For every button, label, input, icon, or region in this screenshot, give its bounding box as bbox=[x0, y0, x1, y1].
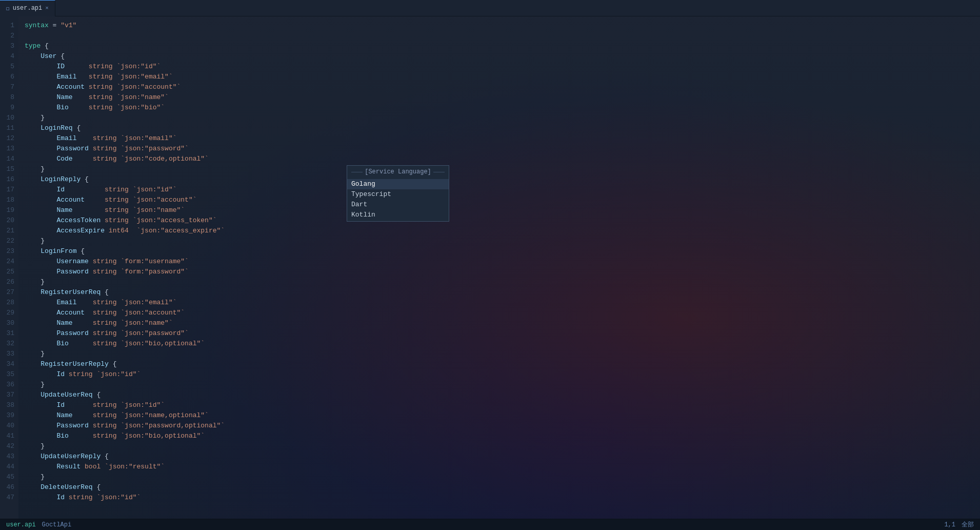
code-line: } bbox=[25, 441, 980, 452]
line-number: 16 bbox=[0, 174, 14, 185]
code-line: } bbox=[25, 236, 980, 246]
code-line: syntax = "v1" bbox=[25, 21, 980, 31]
dropdown-language-item[interactable]: Dart bbox=[347, 200, 449, 210]
code-line: Account string `json:"account"` bbox=[25, 195, 980, 205]
line-number: 19 bbox=[0, 205, 14, 215]
line-number: 14 bbox=[0, 154, 14, 164]
line-number: 44 bbox=[0, 462, 14, 472]
code-line: Email string `json:"email"` bbox=[25, 72, 980, 82]
code-line: Bio string `json:"bio,optional"` bbox=[25, 431, 980, 441]
code-line: Name string `json:"name"` bbox=[25, 92, 980, 103]
code-line: Id string `json:"id"` bbox=[25, 400, 980, 410]
line-number: 28 bbox=[0, 298, 14, 308]
line-number: 39 bbox=[0, 410, 14, 421]
status-bar-left: user.api GoctlApi bbox=[6, 521, 71, 528]
code-line: LoginReq { bbox=[25, 123, 980, 133]
status-filename: user.api bbox=[6, 521, 36, 528]
line-number: 31 bbox=[0, 328, 14, 339]
line-number: 23 bbox=[0, 246, 14, 257]
code-line: Password string `json:"password"` bbox=[25, 144, 980, 154]
code-line: } bbox=[25, 380, 980, 390]
code-line: DeleteUserReq { bbox=[25, 482, 980, 493]
tab-filename: user.api bbox=[13, 5, 43, 12]
code-line: Username string `form:"username"` bbox=[25, 257, 980, 267]
line-number: 1 bbox=[0, 21, 14, 31]
line-number: 7 bbox=[0, 82, 14, 92]
tab-bar: ◻ user.api × bbox=[0, 0, 980, 16]
code-line: } bbox=[25, 349, 980, 359]
code-line: Code string `json:"code,optional"` bbox=[25, 154, 980, 164]
code-line: User { bbox=[25, 51, 980, 62]
code-line: UpdateUserReq { bbox=[25, 390, 980, 400]
code-line: Id string `json:"id"` bbox=[25, 185, 980, 195]
dropdown-language-item[interactable]: Golang bbox=[347, 179, 449, 189]
line-number: 45 bbox=[0, 472, 14, 482]
line-number: 18 bbox=[0, 195, 14, 205]
code-line: } bbox=[25, 472, 980, 482]
line-number: 2 bbox=[0, 31, 14, 41]
dropdown-list: GolangTypescriptDartKotlin bbox=[347, 178, 449, 221]
code-content[interactable]: syntax = "v1" type { User { ID string `j… bbox=[18, 16, 980, 519]
code-line bbox=[25, 31, 980, 41]
file-icon: ◻ bbox=[6, 5, 10, 12]
line-number: 6 bbox=[0, 72, 14, 82]
code-line: Password string `form:"password"` bbox=[25, 267, 980, 277]
code-line: ID string `json:"id"` bbox=[25, 62, 980, 72]
line-number: 40 bbox=[0, 421, 14, 431]
code-line: Id string `json:"id"` bbox=[25, 369, 980, 380]
code-line: } bbox=[25, 113, 980, 123]
code-line: Id string `json:"id"` bbox=[25, 493, 980, 503]
line-number: 9 bbox=[0, 103, 14, 113]
line-number: 20 bbox=[0, 215, 14, 226]
line-number: 38 bbox=[0, 400, 14, 410]
code-line: RegisterUserReq { bbox=[25, 287, 980, 298]
code-line: } bbox=[25, 164, 980, 174]
line-number: 26 bbox=[0, 277, 14, 287]
editor-container: ◻ user.api × 123456789101112131415161718… bbox=[0, 0, 980, 530]
status-project: GoctlApi bbox=[42, 521, 72, 528]
code-line: Name string `json:"name,optional"` bbox=[25, 410, 980, 421]
code-line: Email string `json:"email"` bbox=[25, 298, 980, 308]
dropdown-title: [Service Language] bbox=[363, 167, 433, 177]
code-line: LoginFrom { bbox=[25, 246, 980, 257]
line-number: 8 bbox=[0, 92, 14, 103]
line-number: 33 bbox=[0, 349, 14, 359]
line-number: 27 bbox=[0, 287, 14, 298]
code-line: Bio string `json:"bio"` bbox=[25, 103, 980, 113]
line-number: 43 bbox=[0, 452, 14, 462]
line-number: 35 bbox=[0, 369, 14, 380]
tab-close-button[interactable]: × bbox=[45, 5, 49, 11]
line-number: 25 bbox=[0, 267, 14, 277]
dropdown-language-item[interactable]: Typescript bbox=[347, 189, 449, 200]
dropdown-language-item[interactable]: Kotlin bbox=[347, 210, 449, 220]
line-number: 13 bbox=[0, 144, 14, 154]
code-line: Bio string `json:"bio,optional"` bbox=[25, 339, 980, 349]
status-bar: user.api GoctlApi 1,1 全部 bbox=[0, 519, 980, 530]
line-number: 22 bbox=[0, 236, 14, 246]
line-number: 34 bbox=[0, 359, 14, 369]
code-line: Account string `json:"account"` bbox=[25, 82, 980, 92]
code-line: UpdateUserReply { bbox=[25, 452, 980, 462]
line-number: 41 bbox=[0, 431, 14, 441]
status-position: 1,1 bbox=[944, 521, 955, 528]
tab-user-api[interactable]: ◻ user.api × bbox=[0, 0, 55, 16]
code-line: Result bool `json:"result"` bbox=[25, 462, 980, 472]
line-number: 15 bbox=[0, 164, 14, 174]
line-number: 42 bbox=[0, 441, 14, 452]
code-line: type { bbox=[25, 41, 980, 51]
line-number: 11 bbox=[0, 123, 14, 133]
line-number: 30 bbox=[0, 318, 14, 328]
code-line: Name string `json:"name"` bbox=[25, 205, 980, 215]
line-number: 3 bbox=[0, 41, 14, 51]
service-language-dropdown[interactable]: [Service Language] GolangTypescriptDartK… bbox=[347, 165, 449, 222]
dropdown-title-bar: [Service Language] bbox=[347, 166, 449, 178]
line-number: 29 bbox=[0, 308, 14, 318]
line-number: 24 bbox=[0, 257, 14, 267]
line-number: 21 bbox=[0, 226, 14, 236]
line-number: 36 bbox=[0, 380, 14, 390]
status-scope: 全部 bbox=[962, 520, 974, 529]
code-line: Account string `json:"account"` bbox=[25, 308, 980, 318]
code-line: AccessExpire int64 `json:"access_expire"… bbox=[25, 226, 980, 236]
code-line: AccessToken string `json:"access_token"` bbox=[25, 215, 980, 226]
status-bar-right: 1,1 全部 bbox=[944, 520, 974, 529]
